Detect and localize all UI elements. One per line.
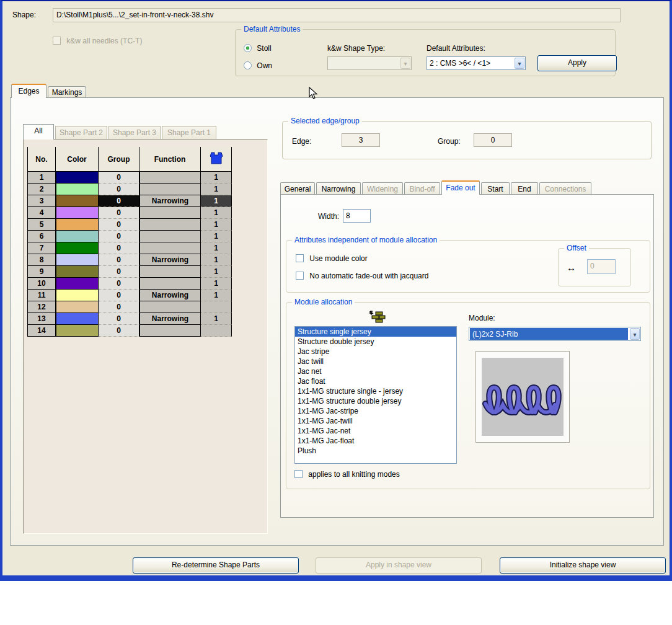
edge-flag-cell[interactable] bbox=[201, 301, 232, 313]
edge-function-cell[interactable] bbox=[139, 266, 201, 278]
edge-table-row-11[interactable]: 110Narrowing1 bbox=[27, 290, 232, 301]
edge-color-cell[interactable] bbox=[56, 325, 99, 337]
edge-function-cell[interactable] bbox=[139, 207, 201, 219]
edge-table-row-6[interactable]: 601 bbox=[27, 231, 232, 242]
radio-stoll-control[interactable] bbox=[244, 44, 252, 52]
edge-flag-cell[interactable]: 1 bbox=[201, 290, 232, 301]
knitting-mode-item[interactable]: Jac net bbox=[295, 366, 456, 376]
radio-own[interactable]: Own bbox=[244, 61, 272, 70]
edge-flag-cell[interactable]: 1 bbox=[201, 231, 232, 242]
edge-group-cell[interactable]: 0 bbox=[99, 254, 139, 266]
edge-flag-cell[interactable]: 1 bbox=[201, 313, 232, 325]
part-tab-all[interactable]: All bbox=[23, 124, 54, 140]
tab-edges[interactable]: Edges bbox=[11, 84, 46, 98]
edge-table-row-10[interactable]: 1001 bbox=[27, 278, 232, 290]
knitting-mode-item[interactable]: Jac twill bbox=[295, 357, 456, 366]
edge-color-cell[interactable] bbox=[56, 278, 99, 290]
edge-group-cell[interactable]: 0 bbox=[99, 219, 139, 231]
edge-color-cell[interactable] bbox=[56, 242, 99, 254]
apply-button[interactable]: Apply bbox=[537, 55, 617, 71]
edge-color-cell[interactable] bbox=[56, 207, 99, 219]
edge-group-cell[interactable]: 0 bbox=[99, 195, 139, 207]
module-dropdown[interactable]: (L)2x2 SJ-Rib ▾ bbox=[469, 327, 641, 341]
edge-function-cell[interactable] bbox=[139, 219, 201, 231]
edge-color-cell[interactable] bbox=[56, 313, 99, 325]
edge-flag-cell[interactable]: 1 bbox=[201, 266, 232, 278]
no-auto-fadeout-checkbox[interactable] bbox=[296, 272, 304, 280]
edge-function-cell[interactable] bbox=[139, 172, 201, 184]
edge-flag-cell[interactable]: 1 bbox=[201, 242, 232, 254]
knitting-mode-item[interactable]: Jac stripe bbox=[295, 347, 456, 357]
detail-tab-start[interactable]: Start bbox=[481, 182, 510, 194]
detail-tab-narrowing[interactable]: Narrowing bbox=[316, 182, 361, 194]
edge-no-cell[interactable]: 14 bbox=[27, 325, 56, 337]
edge-no-cell[interactable]: 8 bbox=[27, 254, 56, 266]
edge-function-cell[interactable] bbox=[139, 301, 201, 313]
edge-group-cell[interactable]: 0 bbox=[99, 313, 139, 325]
edge-no-cell[interactable]: 9 bbox=[27, 266, 56, 278]
edge-group-cell[interactable]: 0 bbox=[99, 231, 139, 242]
shape-path-field[interactable]: D:\Stoll\M1plus\5...\2_set-in-front-v-ne… bbox=[53, 8, 621, 22]
edge-group-cell[interactable]: 0 bbox=[99, 184, 139, 195]
use-module-color-checkbox[interactable] bbox=[296, 254, 304, 262]
edge-no-cell[interactable]: 3 bbox=[27, 195, 56, 207]
width-input[interactable]: 8 bbox=[343, 209, 371, 223]
redetermine-shape-parts-button[interactable]: Re-determine Shape Parts bbox=[133, 557, 299, 574]
edge-table-row-3[interactable]: 30Narrowing1 bbox=[27, 195, 232, 207]
edge-function-cell[interactable] bbox=[139, 278, 201, 290]
edge-flag-cell[interactable] bbox=[201, 325, 232, 337]
edge-no-cell[interactable]: 7 bbox=[27, 242, 56, 254]
edge-group-cell[interactable]: 0 bbox=[99, 207, 139, 219]
edge-table-row-2[interactable]: 201 bbox=[27, 184, 232, 195]
edge-function-cell[interactable]: Narrowing bbox=[139, 290, 201, 301]
edge-function-cell[interactable] bbox=[139, 184, 201, 195]
detail-tab-general[interactable]: General bbox=[280, 182, 315, 194]
edge-flag-cell[interactable]: 1 bbox=[201, 278, 232, 290]
edge-color-cell[interactable] bbox=[56, 254, 99, 266]
edge-function-cell[interactable]: Narrowing bbox=[139, 195, 201, 207]
knitting-mode-item[interactable]: 1x1-MG Jac-float bbox=[295, 436, 456, 446]
radio-own-control[interactable] bbox=[244, 61, 252, 69]
edge-group-cell[interactable]: 0 bbox=[99, 325, 139, 337]
knitting-mode-item[interactable]: 1x1-MG Jac-stripe bbox=[295, 406, 456, 416]
edge-no-cell[interactable]: 10 bbox=[27, 278, 56, 290]
knitting-mode-listbox[interactable]: Structure single jerseyStructure double … bbox=[294, 326, 457, 464]
edge-no-cell[interactable]: 1 bbox=[27, 172, 56, 184]
edge-color-cell[interactable] bbox=[56, 290, 99, 301]
edge-no-cell[interactable]: 5 bbox=[27, 219, 56, 231]
edge-color-cell[interactable] bbox=[56, 266, 99, 278]
knitting-mode-item[interactable]: 1x1-MG Jac-net bbox=[295, 426, 456, 436]
default-attributes-dropdown[interactable]: 2 : CMS >6< / <1> ▾ bbox=[427, 56, 526, 70]
edge-table-row-12[interactable]: 120 bbox=[27, 301, 232, 313]
knitting-mode-item[interactable]: 1x1-MG structure single - jersey bbox=[295, 386, 456, 396]
knitting-mode-item[interactable]: Jac float bbox=[295, 376, 456, 386]
edge-table-row-13[interactable]: 130Narrowing1 bbox=[27, 313, 232, 325]
edge-color-cell[interactable] bbox=[56, 301, 99, 313]
edge-group-cell[interactable]: 0 bbox=[99, 301, 139, 313]
edge-color-cell[interactable] bbox=[56, 195, 99, 207]
knitting-mode-item[interactable]: Plush bbox=[295, 446, 456, 456]
edge-flag-cell[interactable]: 1 bbox=[201, 195, 232, 207]
edge-flag-cell[interactable]: 1 bbox=[201, 254, 232, 266]
edge-table-row-5[interactable]: 501 bbox=[27, 219, 232, 231]
no-auto-fadeout-row[interactable]: No automatic fade-out with jacquard bbox=[296, 272, 428, 280]
knitting-mode-item[interactable]: Structure single jersey bbox=[295, 327, 456, 337]
edge-group-cell[interactable]: 0 bbox=[99, 242, 139, 254]
edge-flag-cell[interactable]: 1 bbox=[201, 184, 232, 195]
edge-flag-cell[interactable]: 1 bbox=[201, 219, 232, 231]
applies-all-modes-checkbox[interactable] bbox=[294, 470, 303, 478]
edge-no-cell[interactable]: 11 bbox=[27, 290, 56, 301]
edge-function-cell[interactable] bbox=[139, 242, 201, 254]
edge-color-cell[interactable] bbox=[56, 184, 99, 195]
applies-all-modes-row[interactable]: applies to all knitting modes bbox=[294, 470, 400, 479]
radio-stoll[interactable]: Stoll bbox=[244, 44, 272, 53]
edge-no-cell[interactable]: 4 bbox=[27, 207, 56, 219]
edge-group-cell[interactable]: 0 bbox=[99, 278, 139, 290]
edge-group-cell[interactable]: 0 bbox=[99, 290, 139, 301]
edge-color-cell[interactable] bbox=[56, 231, 99, 242]
detail-tab-end[interactable]: End bbox=[511, 182, 538, 194]
edge-group-cell[interactable]: 0 bbox=[99, 266, 139, 278]
edge-function-cell[interactable]: Narrowing bbox=[139, 313, 201, 325]
edge-table-row-9[interactable]: 901 bbox=[27, 266, 232, 278]
knitting-mode-item[interactable]: 1x1-MG Jac-twill bbox=[295, 416, 456, 426]
